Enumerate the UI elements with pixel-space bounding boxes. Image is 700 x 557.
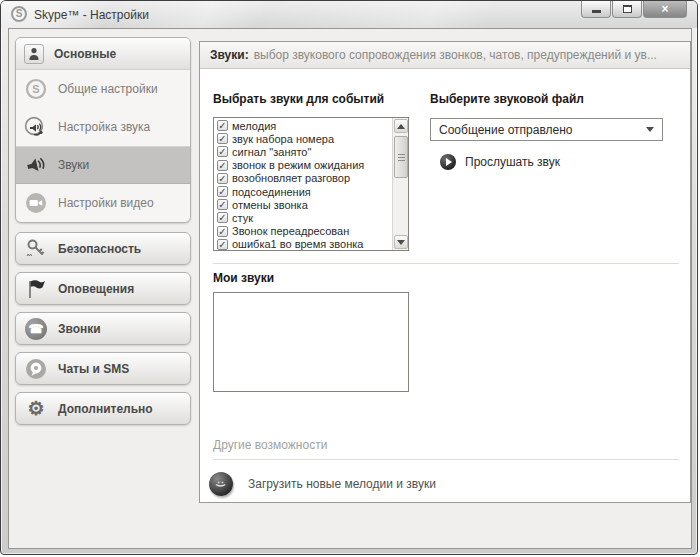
- list-item-label: стук: [232, 212, 253, 224]
- play-triangle-icon: [446, 158, 452, 166]
- sidebar-item-general-settings[interactable]: S Общие настройки: [16, 70, 190, 108]
- scrollbar[interactable]: [392, 118, 408, 250]
- list-item[interactable]: ✓отмены звонка: [215, 198, 391, 211]
- list-item-label: подсоединения: [232, 186, 311, 198]
- close-button[interactable]: ×: [643, 1, 687, 18]
- checkbox-checked[interactable]: ✓: [217, 173, 228, 184]
- sidebar-item-video-settings[interactable]: Настройки видео: [16, 184, 190, 222]
- titlebar[interactable]: S Skype™ - Настройки ×: [1, 1, 697, 28]
- sidebar-item-sounds[interactable]: Звуки: [16, 146, 190, 184]
- download-sounds-link[interactable]: :) Загрузить новые мелодии и звуки: [209, 472, 436, 496]
- window-title: Skype™ - Настройки: [34, 8, 149, 22]
- divider: [213, 263, 679, 264]
- list-item[interactable]: ✓ошибка1 во время звонка: [215, 238, 391, 251]
- sound-file-label: Выберите звуковой файл: [430, 92, 584, 106]
- sidebar-item-label: Звонки: [58, 322, 101, 336]
- checkbox-checked[interactable]: ✓: [217, 186, 228, 197]
- arrow-down-icon: [397, 240, 405, 245]
- sidebar-group-main: Основные S Общие настройки: [15, 37, 191, 223]
- sidebar-item-label: Оповещения: [58, 282, 134, 296]
- maximize-button[interactable]: [612, 1, 642, 18]
- list-item[interactable]: ✓сигнал "занято": [215, 145, 391, 158]
- sidebar: Основные S Общие настройки: [15, 37, 191, 457]
- skype-settings-window: S Skype™ - Настройки × Основные S: [0, 0, 698, 555]
- list-item-label: звук набора номера: [232, 133, 334, 145]
- key-icon: [24, 237, 48, 261]
- my-sounds-listbox[interactable]: [213, 292, 409, 392]
- checkbox-checked[interactable]: ✓: [217, 160, 228, 171]
- list-item-label: возобновляет разговор: [232, 172, 350, 184]
- scroll-up-button[interactable]: [394, 119, 408, 133]
- sound-file-dropdown[interactable]: Сообщение отправлено: [430, 118, 663, 141]
- skype-logo-icon: S: [11, 6, 27, 22]
- person-icon: [24, 44, 44, 64]
- sidebar-item-security[interactable]: Безопасность: [15, 232, 191, 265]
- sidebar-item-main[interactable]: Основные: [16, 38, 190, 70]
- event-sounds-rows: ✓мелодия ✓звук набора номера ✓сигнал "за…: [215, 119, 391, 251]
- sidebar-item-calls[interactable]: ☎ Звонки: [15, 312, 191, 345]
- phone-icon: ☎: [24, 317, 48, 341]
- list-item-label: отмены звонка: [232, 199, 308, 211]
- checkbox-checked[interactable]: ✓: [217, 133, 228, 144]
- list-item-label: мелодия: [232, 120, 276, 132]
- smiley-face-icon: :): [216, 481, 226, 487]
- scroll-down-button[interactable]: [394, 235, 408, 249]
- list-item[interactable]: ✓стук: [215, 211, 391, 224]
- list-item-label: звонок в режим ожидания: [232, 159, 364, 171]
- play-sound-label: Прослушать звук: [465, 155, 560, 169]
- dropdown-selected-value: Сообщение отправлено: [439, 123, 572, 137]
- list-item[interactable]: ✓звонок в режим ожидания: [215, 159, 391, 172]
- client-area: Основные S Общие настройки: [8, 28, 692, 549]
- flag-icon: [24, 277, 48, 301]
- sidebar-item-label: Настройки видео: [58, 196, 154, 210]
- list-item-label: Звонок переадресован: [232, 225, 349, 237]
- download-sounds-label: Загрузить новые мелодии и звуки: [248, 477, 436, 491]
- checkbox-checked[interactable]: ✓: [217, 146, 228, 157]
- list-item-label: ошибка1 во время звонка: [232, 238, 363, 250]
- skype-extras-icon: :): [209, 472, 233, 496]
- sidebar-group-label: Основные: [54, 47, 116, 61]
- checkbox-checked[interactable]: ✓: [217, 212, 228, 223]
- play-icon: [440, 154, 456, 170]
- sidebar-item-chats-sms[interactable]: Чаты и SMS: [15, 352, 191, 385]
- play-sound-button[interactable]: Прослушать звук: [440, 154, 560, 170]
- checkbox-checked[interactable]: ✓: [217, 120, 228, 131]
- sidebar-item-label: Дополнительно: [58, 402, 153, 416]
- sidebar-item-label: Настройка звука: [58, 120, 150, 134]
- sidebar-item-audio-settings[interactable]: Настройка звука: [16, 108, 190, 146]
- skype-s-icon: S: [24, 77, 48, 101]
- events-list-label: Выбрать звуки для событий: [213, 92, 384, 106]
- gear-icon: ⚙: [24, 397, 48, 421]
- event-sounds-listbox[interactable]: ✓мелодия ✓звук набора номера ✓сигнал "за…: [213, 117, 409, 251]
- content-panel: Звуки: выбор звукового сопровождения зво…: [199, 41, 691, 503]
- close-icon: ×: [661, 2, 668, 16]
- maximize-icon: [623, 5, 632, 13]
- sidebar-item-advanced[interactable]: ⚙ Дополнительно: [15, 392, 191, 425]
- scrollbar-thumb[interactable]: [394, 136, 408, 178]
- svg-text:S: S: [32, 83, 39, 95]
- list-item[interactable]: ✓возобновляет разговор: [215, 172, 391, 185]
- divider: [213, 459, 679, 460]
- minimize-button[interactable]: [581, 1, 611, 18]
- other-options-label: Другие возможности: [213, 438, 327, 452]
- checkbox-checked[interactable]: ✓: [217, 239, 228, 250]
- sidebar-item-label: Общие настройки: [58, 82, 158, 96]
- sidebar-item-notifications[interactable]: Оповещения: [15, 272, 191, 305]
- my-sounds-label: Мои звуки: [213, 271, 274, 285]
- chat-bubble-icon: [24, 357, 48, 381]
- speaker-icon: [24, 153, 48, 177]
- list-item[interactable]: ✓мелодия: [215, 119, 391, 132]
- list-item[interactable]: ✓Звонок переадресован: [215, 225, 391, 238]
- page-title-text: Звуки:: [210, 48, 249, 62]
- list-item[interactable]: ✓звук набора номера: [215, 132, 391, 145]
- page-subtitle-text: выбор звукового сопровождения звонков, ч…: [254, 48, 657, 62]
- checkbox-checked[interactable]: ✓: [217, 226, 228, 237]
- list-item-label: сигнал "занято": [232, 146, 311, 158]
- chevron-down-icon: [646, 127, 654, 132]
- checkbox-checked[interactable]: ✓: [217, 199, 228, 210]
- headset-icon: [24, 115, 48, 139]
- video-camera-icon: [24, 191, 48, 215]
- page-title: Звуки: выбор звукового сопровождения зво…: [200, 42, 690, 69]
- list-item[interactable]: ✓подсоединения: [215, 185, 391, 198]
- sidebar-item-label: Безопасность: [58, 242, 141, 256]
